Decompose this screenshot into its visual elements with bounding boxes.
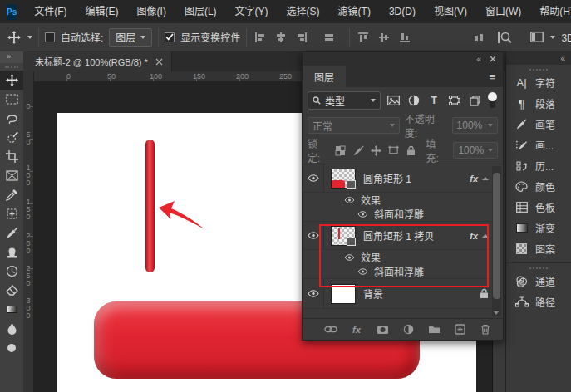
tool-history-brush[interactable] bbox=[0, 262, 23, 281]
align-bottom-icon[interactable] bbox=[397, 30, 412, 45]
menu-help[interactable]: 帮助(H) bbox=[530, 0, 571, 23]
tool-eraser[interactable] bbox=[0, 281, 23, 300]
collapse-effects-icon[interactable] bbox=[482, 177, 489, 180]
filter-type-layers-icon[interactable]: T bbox=[426, 93, 441, 108]
workspace-panel-icon[interactable] bbox=[529, 30, 544, 45]
dock-collapse-icon[interactable]: « bbox=[560, 54, 565, 63]
tool-crop[interactable] bbox=[0, 147, 23, 166]
layer-style-fx-icon[interactable]: fx bbox=[350, 323, 363, 336]
dock-item-brushes[interactable]: 画笔 bbox=[506, 114, 571, 135]
dock-item-brush-settings[interactable]: 画... bbox=[506, 135, 571, 155]
distribute-horizontal-icon[interactable] bbox=[322, 30, 337, 45]
menu-filter[interactable]: 滤镜(T) bbox=[329, 0, 380, 23]
delete-layer-trash-icon[interactable] bbox=[479, 323, 492, 336]
menu-3d[interactable]: 3D(D) bbox=[380, 0, 425, 23]
tool-frame[interactable] bbox=[0, 166, 23, 185]
align-left-icon[interactable] bbox=[253, 30, 268, 45]
tool-preset-chevron-icon[interactable] bbox=[27, 36, 32, 39]
layer-row-rounded-rect-1[interactable]: 圆角矩形 1 fx bbox=[303, 164, 503, 193]
filter-pixel-layers-icon[interactable] bbox=[386, 93, 401, 108]
align-top-icon[interactable] bbox=[356, 30, 371, 45]
layer-name[interactable]: 圆角矩形 1 bbox=[363, 171, 411, 185]
tool-brush[interactable] bbox=[0, 223, 23, 243]
scroll-down-icon[interactable] bbox=[494, 311, 499, 315]
layers-scrollbar[interactable] bbox=[492, 166, 501, 316]
new-group-folder-icon[interactable] bbox=[427, 323, 441, 336]
tool-dodge[interactable] bbox=[0, 338, 23, 357]
auto-select-checkbox[interactable] bbox=[45, 32, 55, 42]
opacity-dropdown[interactable]: 100% bbox=[452, 117, 498, 134]
visibility-toggle[interactable] bbox=[344, 194, 355, 206]
layer-filter-dropdown[interactable]: 类型 bbox=[308, 91, 381, 110]
tool-lasso[interactable] bbox=[0, 109, 23, 128]
dock-item-patterns[interactable]: 图案 bbox=[506, 238, 571, 259]
scrollbar-thumb[interactable] bbox=[493, 173, 500, 299]
menu-edit[interactable]: 编辑(E) bbox=[76, 0, 128, 23]
add-layer-mask-icon[interactable] bbox=[376, 323, 389, 336]
dock-item-paragraph[interactable]: ¶ 段落 bbox=[506, 93, 571, 114]
dock-item-paths[interactable]: 路径 bbox=[506, 292, 571, 312]
filter-shape-layers-icon[interactable] bbox=[446, 93, 461, 108]
lock-all-icon[interactable] bbox=[405, 145, 416, 157]
dock-item-color[interactable]: 颜色 bbox=[506, 176, 571, 197]
dock-grip[interactable] bbox=[529, 267, 548, 269]
zoom-search-icon[interactable] bbox=[497, 30, 512, 45]
tool-clone-stamp[interactable] bbox=[0, 243, 23, 262]
fill-dropdown[interactable]: 100% bbox=[453, 142, 498, 159]
distribute-spacing-icon[interactable] bbox=[471, 30, 486, 45]
dock-item-swatches[interactable]: 色板 bbox=[506, 197, 571, 218]
align-right-icon[interactable] bbox=[294, 30, 309, 45]
menu-file[interactable]: 文件(F) bbox=[25, 0, 76, 23]
auto-select-dropdown[interactable]: 图层 bbox=[109, 28, 152, 47]
dock-item-character[interactable]: A| 字符 bbox=[506, 72, 571, 93]
new-layer-icon[interactable] bbox=[453, 323, 466, 336]
menu-select[interactable]: 选择(S) bbox=[278, 0, 329, 23]
tool-eyedropper[interactable] bbox=[0, 185, 23, 204]
adjustment-layer-icon[interactable] bbox=[401, 323, 415, 336]
menu-type[interactable]: 文字(Y) bbox=[226, 0, 278, 23]
visibility-toggle[interactable] bbox=[303, 164, 324, 192]
move-tool-icon[interactable] bbox=[7, 30, 22, 45]
align-middle-vertical-icon[interactable] bbox=[377, 30, 391, 45]
chevron-down-icon[interactable] bbox=[550, 36, 555, 39]
fx-icon[interactable]: fx bbox=[470, 174, 478, 184]
toolbox-grip[interactable] bbox=[5, 66, 18, 68]
panel-close-icon[interactable] bbox=[490, 56, 496, 62]
dock-grip[interactable] bbox=[529, 69, 548, 71]
visibility-toggle[interactable] bbox=[357, 208, 368, 220]
link-layers-icon[interactable] bbox=[324, 323, 337, 336]
tool-marquee[interactable] bbox=[0, 90, 23, 109]
panel-collapse-icon[interactable]: « bbox=[476, 55, 481, 64]
rounded-rect-copy-shape[interactable] bbox=[145, 140, 155, 272]
filter-smart-objects-icon[interactable] bbox=[467, 93, 482, 108]
tool-healing-brush[interactable] bbox=[0, 204, 23, 223]
filter-on-off-toggle[interactable] bbox=[487, 92, 498, 109]
layer-thumbnail[interactable] bbox=[331, 169, 356, 189]
dock-item-channels[interactable]: 通道 bbox=[506, 271, 571, 292]
toolbox-expand-chevrons[interactable]: » bbox=[0, 51, 23, 63]
layer-name[interactable]: 背景 bbox=[363, 287, 383, 301]
menu-layer[interactable]: 图层(L) bbox=[175, 0, 226, 23]
layers-tab[interactable]: 图层 bbox=[303, 66, 346, 87]
lock-position-icon[interactable] bbox=[370, 145, 381, 157]
show-transform-checkbox[interactable] bbox=[165, 32, 175, 42]
dock-item-history[interactable]: 历... bbox=[506, 155, 571, 176]
lock-transparent-pixels-icon[interactable] bbox=[335, 145, 347, 157]
document-tab[interactable]: 未标题-2 @ 100%(RGB/8) * bbox=[23, 51, 172, 71]
menu-image[interactable]: 图像(I) bbox=[128, 0, 175, 23]
align-center-horizontal-icon[interactable] bbox=[273, 30, 288, 45]
tool-quick-selection[interactable] bbox=[0, 128, 23, 147]
lock-image-pixels-icon[interactable] bbox=[352, 145, 364, 157]
tool-gradient[interactable] bbox=[0, 300, 23, 319]
tab-close-icon[interactable] bbox=[155, 58, 163, 66]
lock-artboard-icon[interactable] bbox=[387, 145, 399, 157]
blend-mode-dropdown[interactable]: 正常 bbox=[308, 117, 400, 134]
menu-view[interactable]: 视图(V) bbox=[425, 0, 476, 23]
filter-adjustment-layers-icon[interactable] bbox=[406, 93, 421, 108]
tool-move[interactable] bbox=[0, 71, 23, 90]
bevel-emboss-row[interactable]: 斜面和浮雕 bbox=[303, 207, 503, 222]
panel-menu-icon[interactable]: ≡ bbox=[489, 66, 503, 87]
dock-item-gradients[interactable]: 渐变 bbox=[506, 218, 571, 238]
tool-blur[interactable] bbox=[0, 319, 23, 338]
effects-row[interactable]: 效果 bbox=[303, 193, 503, 207]
